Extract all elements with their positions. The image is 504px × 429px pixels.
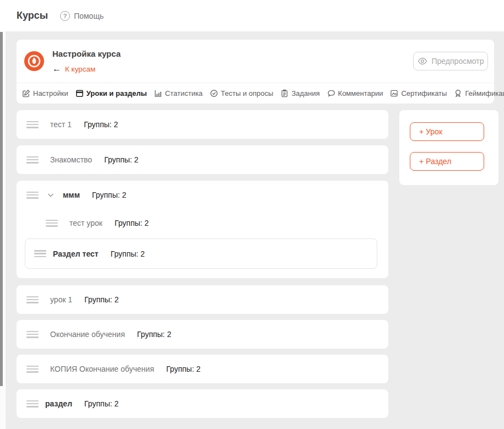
groups-label: Группы: 2 — [166, 365, 200, 373]
preview-button[interactable]: Предпросмотр — [413, 52, 488, 70]
comment-icon — [327, 89, 335, 97]
tab-tests-polls[interactable]: Тесты и опросы — [210, 89, 273, 97]
nested-lesson-row[interactable]: тест урок Группы: 2 — [46, 209, 149, 237]
drag-handle-icon[interactable] — [26, 156, 39, 164]
page-header: Курсы ? Помощь — [0, 0, 504, 31]
course-title: Настройка курса — [52, 49, 121, 58]
chevron-down-icon[interactable] — [46, 191, 55, 199]
question-circle-icon: ? — [60, 11, 70, 21]
section-name: ммм — [63, 191, 80, 199]
lesson-name: Знакомство — [50, 155, 92, 164]
back-link-label: К курсам — [65, 65, 95, 73]
section-row[interactable]: ммм Группы: 2 — [17, 181, 388, 209]
groups-label: Группы: 2 — [92, 191, 126, 199]
lesson-row[interactable]: Окончание обучения Группы: 2 — [17, 320, 388, 349]
tab-label: Комментарии — [338, 89, 383, 97]
groups-label: Группы: 2 — [84, 399, 118, 408]
drag-handle-icon[interactable] — [26, 192, 39, 199]
scrollbar-thumb[interactable] — [0, 32, 3, 386]
calendar-icon — [75, 89, 84, 97]
add-section-button[interactable]: + Раздел — [410, 152, 484, 171]
groups-label: Группы: 2 — [84, 295, 118, 304]
lesson-row[interactable]: Знакомство Группы: 2 — [17, 145, 388, 174]
groups-label: Группы: 2 — [137, 330, 171, 339]
tab-lessons-sections[interactable]: Уроки и разделы — [75, 89, 147, 97]
help-label: Помощь — [74, 12, 104, 20]
section-name: Раздел тест — [53, 249, 99, 258]
nested-section-row[interactable]: Раздел тест Группы: 2 — [25, 238, 377, 269]
groups-label: Группы: 2 — [111, 249, 145, 258]
tab-comments[interactable]: Комментарии — [327, 89, 383, 97]
groups-label: Группы: 2 — [84, 120, 118, 129]
help-link[interactable]: ? Помощь — [60, 11, 104, 21]
section-name: раздел — [45, 399, 72, 408]
drag-handle-icon[interactable] — [46, 220, 58, 227]
tab-label: Уроки и разделы — [86, 89, 147, 97]
drag-handle-icon[interactable] — [26, 400, 39, 408]
add-lesson-button[interactable]: + Урок — [410, 122, 484, 141]
tab-statistics[interactable]: Статистика — [154, 89, 203, 97]
course-card-header: Настройка курса ← К курсам Предпросмотр — [17, 40, 494, 83]
course-tabs: Настройки Уроки и разделы Статистика — [17, 83, 494, 104]
preview-button-label: Предпросмотр — [432, 57, 484, 66]
lesson-name: Окончание обучения — [50, 330, 125, 339]
drag-handle-icon[interactable] — [26, 296, 39, 303]
back-to-courses-link[interactable]: ← К курсам — [52, 64, 95, 74]
arrow-left-icon: ← — [52, 64, 61, 74]
section-row-expanded: ммм Группы: 2 тест урок Группы: 2 Раздел… — [17, 181, 388, 278]
lesson-row[interactable]: урок 1 Группы: 2 — [17, 285, 388, 314]
page-title: Курсы — [17, 10, 48, 21]
drag-handle-icon[interactable] — [26, 366, 39, 373]
groups-label: Группы: 2 — [104, 155, 138, 164]
check-circle-icon — [210, 89, 218, 97]
medal-icon — [454, 89, 462, 97]
section-row[interactable]: раздел Группы: 2 — [17, 389, 388, 418]
edit-icon — [22, 89, 30, 97]
drag-handle-icon[interactable] — [26, 121, 39, 128]
tab-gamification[interactable]: Геймификация — [454, 89, 504, 97]
lesson-name: тест 1 — [50, 120, 72, 129]
tab-certificates[interactable]: Сертификаты — [390, 89, 447, 97]
drag-handle-icon[interactable] — [26, 331, 39, 338]
clipboard-icon — [280, 89, 289, 97]
actions-panel: + Урок + Раздел — [399, 110, 498, 185]
tab-settings[interactable]: Настройки — [22, 89, 68, 97]
drag-handle-icon[interactable] — [34, 250, 46, 257]
course-logo-icon — [24, 51, 44, 71]
eye-icon — [418, 57, 427, 65]
tab-label: Геймификация — [465, 89, 504, 97]
lesson-name: урок 1 — [50, 295, 72, 304]
tab-assignments[interactable]: Задания — [280, 89, 319, 97]
tab-label: Настройки — [33, 89, 68, 97]
lesson-name: КОПИЯ Окончание обучения — [50, 365, 154, 373]
tab-label: Тесты и опросы — [221, 89, 273, 97]
groups-label: Группы: 2 — [115, 219, 149, 227]
tab-label: Сертификаты — [401, 89, 447, 97]
scrollbar-track — [0, 31, 5, 429]
certificate-icon — [390, 89, 398, 97]
lesson-row[interactable]: КОПИЯ Окончание обучения Группы: 2 — [17, 355, 388, 383]
lesson-name: тест урок — [69, 219, 102, 227]
course-settings-card: Настройка курса ← К курсам Предпросмотр — [17, 40, 494, 104]
tab-label: Статистика — [165, 89, 203, 97]
lesson-row[interactable]: тест 1 Группы: 2 — [17, 110, 388, 139]
bar-chart-icon — [154, 89, 162, 97]
tab-label: Задания — [291, 89, 319, 97]
